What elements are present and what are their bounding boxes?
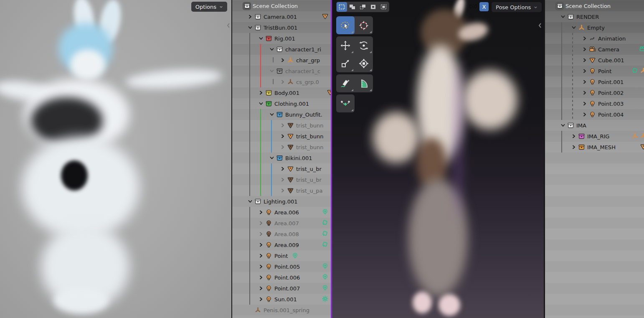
outliner-row[interactable]: Scene Collection xyxy=(232,0,331,11)
collapse-arrow-icon[interactable] xyxy=(257,219,265,227)
select-mode-extend[interactable] xyxy=(347,2,357,12)
outliner-row[interactable]: Point.005 xyxy=(232,261,331,272)
outliner-row[interactable]: trist_u_br xyxy=(232,174,331,185)
collapse-arrow-icon[interactable] xyxy=(279,143,287,151)
outliner-row[interactable]: Rig.001 xyxy=(232,33,331,44)
outliner-row[interactable]: Area.006 xyxy=(232,207,331,218)
expand-arrow-icon[interactable] xyxy=(559,122,567,129)
collapse-arrow-icon[interactable] xyxy=(581,35,588,42)
expand-arrow-icon[interactable] xyxy=(559,13,567,20)
outliner-row[interactable]: Cube.001 xyxy=(545,55,644,66)
select-mode-intersect[interactable] xyxy=(378,2,389,12)
viewport-3d-left[interactable]: Options xyxy=(0,0,232,318)
outliner-row[interactable]: Point.002 xyxy=(545,87,644,98)
outliner-row[interactable]: Animation xyxy=(545,33,644,44)
options-dropdown[interactable]: Options xyxy=(191,2,227,12)
select-mode-subtract[interactable] xyxy=(357,2,368,12)
tool-rotate[interactable] xyxy=(355,36,373,54)
outliner-row[interactable]: character1_c xyxy=(232,66,331,76)
collapse-arrow-icon[interactable] xyxy=(279,122,287,129)
outliner-row[interactable]: Bunny_Outfit. xyxy=(232,109,331,120)
outliner-row[interactable]: Bikini.001 xyxy=(232,153,331,163)
outliner-row[interactable]: Empty xyxy=(545,22,644,33)
tool-annotate[interactable] xyxy=(336,74,355,92)
collapse-arrow-icon[interactable] xyxy=(257,209,265,216)
outliner-row[interactable]: Point.003 xyxy=(545,98,644,109)
collapse-arrow-icon[interactable] xyxy=(257,295,265,303)
outliner-row[interactable]: Lighting.001 xyxy=(232,196,331,207)
expand-arrow-icon[interactable] xyxy=(570,24,578,31)
collapse-arrow-icon[interactable] xyxy=(581,67,588,75)
outliner-row[interactable]: Camera.001 xyxy=(232,11,331,22)
collapse-arrow-icon[interactable] xyxy=(581,56,588,64)
select-mode-set[interactable] xyxy=(337,2,347,12)
outliner-row[interactable]: |char_grp xyxy=(232,55,331,66)
outliner-row[interactable]: trist_bunn xyxy=(232,131,331,142)
outliner-row[interactable]: IMA_RIG xyxy=(545,131,644,142)
tool-scale[interactable] xyxy=(336,54,355,72)
outliner-row[interactable]: Area.009 xyxy=(232,239,331,250)
outliner-row[interactable]: TristBun.001 xyxy=(232,22,331,33)
outliner-row[interactable]: Point xyxy=(545,66,644,76)
collapse-arrow-icon[interactable] xyxy=(257,89,265,97)
outliner-row[interactable]: Point.006 xyxy=(232,272,331,283)
collapse-arrow-icon[interactable] xyxy=(246,13,254,20)
outliner-row[interactable]: Camera xyxy=(545,44,644,55)
outliner-row[interactable]: Point xyxy=(232,250,331,261)
outliner-row[interactable]: character1_ri xyxy=(232,44,331,55)
outliner-row[interactable]: RENDER xyxy=(545,11,644,22)
collapse-arrow-icon[interactable] xyxy=(279,176,287,183)
expand-arrow-icon[interactable] xyxy=(246,24,254,31)
pose-options-dropdown[interactable]: Pose Options xyxy=(492,2,542,12)
outliner-panel-right[interactable]: Scene CollectionRENDEREmptyAnimationCame… xyxy=(544,0,644,318)
outliner-row[interactable]: trist_u_pa xyxy=(232,185,331,196)
collapse-arrow-icon[interactable] xyxy=(257,230,265,238)
collapse-arrow-icon[interactable] xyxy=(257,241,265,249)
expand-arrow-icon[interactable] xyxy=(246,198,254,205)
outliner-row[interactable]: Sun.001 xyxy=(232,294,331,305)
outliner-row[interactable]: IMA xyxy=(545,120,644,131)
collapse-arrow-icon[interactable] xyxy=(279,78,287,86)
outliner-row[interactable] xyxy=(232,315,331,318)
collapse-arrow-icon[interactable] xyxy=(279,132,287,140)
collapse-arrow-icon[interactable] xyxy=(581,100,588,107)
outliner-row[interactable]: Clothing.001 xyxy=(232,98,331,109)
tool-tweak-select[interactable] xyxy=(336,16,355,34)
expand-arrow-icon[interactable] xyxy=(268,67,276,75)
collapse-arrow-icon[interactable] xyxy=(257,252,265,259)
collapse-arrow-icon[interactable] xyxy=(279,165,287,173)
collapse-arrow-icon[interactable] xyxy=(279,56,287,64)
collapse-arrow-icon[interactable] xyxy=(257,274,265,281)
outliner-row[interactable]: Point.004 xyxy=(545,109,644,120)
outliner-row[interactable]: trist_bunn xyxy=(232,142,331,153)
collapse-arrow-icon[interactable] xyxy=(257,263,265,270)
collapse-arrow-icon[interactable] xyxy=(257,285,265,292)
viewport-3d-pose[interactable]: X Pose Options xyxy=(331,0,544,318)
tool-move[interactable] xyxy=(336,36,355,54)
outliner-row[interactable]: Area.007 xyxy=(232,218,331,229)
expand-arrow-icon[interactable] xyxy=(257,35,265,42)
outliner-panel-left[interactable]: Scene CollectionCamera.001TristBun.001Ri… xyxy=(232,0,331,318)
x-axis-mirror-toggle[interactable]: X xyxy=(479,2,489,11)
collapse-arrow-icon[interactable] xyxy=(570,143,578,151)
outliner-row[interactable]: Scene Collection xyxy=(545,0,644,11)
tool-measure[interactable] xyxy=(355,74,373,92)
collapse-panel-icon[interactable] xyxy=(537,21,543,30)
outliner-row[interactable]: Point.001 xyxy=(545,76,644,87)
outliner-row[interactable]: Penis.001_spring xyxy=(232,305,331,315)
outliner-row[interactable]: trist_u_br xyxy=(232,163,331,174)
expand-arrow-icon[interactable] xyxy=(257,100,265,107)
outliner-row[interactable]: trist_bunn xyxy=(232,120,331,131)
tool-pose-breakdowner[interactable] xyxy=(336,94,355,112)
select-mode-invert[interactable] xyxy=(368,2,378,12)
collapse-arrow-icon[interactable] xyxy=(581,89,588,97)
outliner-row[interactable]: Body.001 xyxy=(232,87,331,98)
outliner-row[interactable]: |cs_grp.0 xyxy=(232,76,331,87)
collapse-arrow-icon[interactable] xyxy=(570,132,578,140)
tool-transform[interactable] xyxy=(355,54,373,72)
expand-arrow-icon[interactable] xyxy=(268,46,276,53)
collapse-arrow-icon[interactable] xyxy=(581,78,588,86)
tool-cursor[interactable] xyxy=(355,16,373,34)
collapse-panel-icon[interactable] xyxy=(226,21,231,30)
collapse-arrow-icon[interactable] xyxy=(279,187,287,194)
